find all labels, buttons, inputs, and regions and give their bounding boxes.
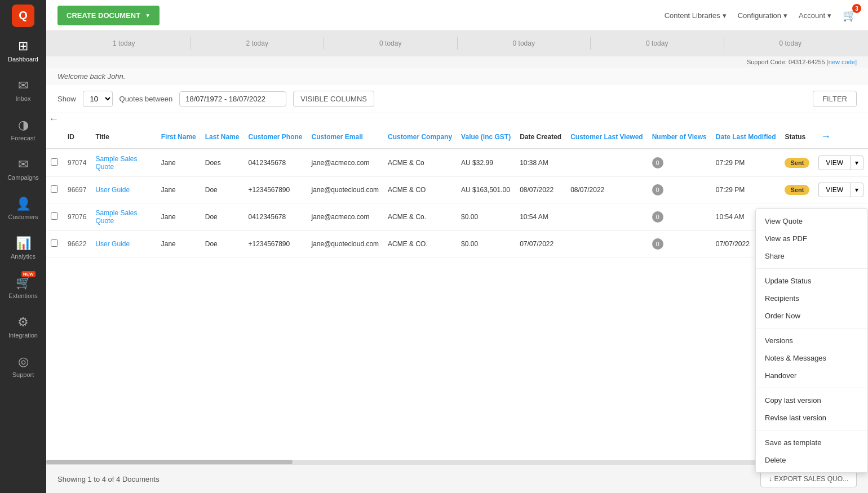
th-phone[interactable]: Customer Phone bbox=[243, 125, 307, 149]
row-id: 97074 bbox=[63, 149, 91, 177]
th-value[interactable]: Value (inc GST) bbox=[457, 125, 515, 149]
th-date-modified[interactable]: Date Last Modified bbox=[711, 125, 781, 149]
row-checkbox[interactable] bbox=[51, 212, 58, 220]
row-email: jane@acmeco.com bbox=[307, 203, 383, 231]
context-menu-section-5: Save as template Delete bbox=[756, 430, 867, 472]
th-last-name[interactable]: Last Name bbox=[201, 125, 244, 149]
th-first-name[interactable]: First Name bbox=[157, 125, 201, 149]
view-dropdown-button[interactable]: ▾ bbox=[850, 156, 863, 170]
row-email: jane@quotecloud.com bbox=[307, 177, 383, 203]
export-button[interactable]: ↓ EXPORT SALES QUO... bbox=[760, 470, 857, 487]
sidebar-item-label: Extentions bbox=[8, 292, 37, 299]
view-button[interactable]: VIEW bbox=[818, 183, 850, 197]
context-copy-last-version[interactable]: Copy last version bbox=[756, 392, 867, 409]
row-checkbox[interactable] bbox=[51, 239, 58, 247]
row-title: Sample Sales Quote bbox=[91, 203, 156, 231]
context-view-pdf[interactable]: View as PDF bbox=[756, 230, 867, 247]
context-handover[interactable]: Handover bbox=[756, 367, 867, 384]
context-versions[interactable]: Versions bbox=[756, 332, 867, 349]
sidebar-item-customers[interactable]: 👤 Customers bbox=[0, 189, 46, 228]
row-date-created: 10:38 AM bbox=[515, 149, 566, 177]
table-row: 96697 User Guide Jane Doe +1234567890 ja… bbox=[46, 177, 868, 203]
th-title[interactable]: Title bbox=[91, 125, 156, 149]
view-btn-wrap: VIEW ▾ bbox=[818, 183, 863, 197]
create-document-button[interactable]: CREATE DOCUMENT ▼ bbox=[57, 6, 160, 25]
sidebar-item-dashboard[interactable]: ⊞ Dashboard bbox=[0, 31, 46, 70]
customers-icon: 👤 bbox=[16, 197, 31, 211]
row-title-link[interactable]: Sample Sales Quote bbox=[95, 209, 137, 225]
sidebar-item-campaigns[interactable]: ✉ Campaigns bbox=[0, 149, 46, 189]
context-update-status[interactable]: Update Status bbox=[756, 272, 867, 290]
context-notes-messages[interactable]: Notes & Messages bbox=[756, 349, 867, 367]
row-id: 97076 bbox=[63, 203, 91, 231]
context-view-quote[interactable]: View Quote bbox=[756, 212, 867, 230]
documents-table: ID Title First Name Last Name Customer P… bbox=[46, 125, 868, 257]
th-actions: → bbox=[814, 125, 868, 149]
row-last-viewed bbox=[566, 231, 647, 257]
cart-badge: 3 bbox=[852, 4, 861, 13]
th-last-viewed[interactable]: Customer Last Viewed bbox=[566, 125, 647, 149]
th-num-views[interactable]: Number of Views bbox=[648, 125, 711, 149]
sidebar-item-support[interactable]: ◎ Support bbox=[0, 347, 46, 386]
configuration-menu[interactable]: Configuration ▾ bbox=[738, 11, 787, 20]
new-code-link[interactable]: [new code] bbox=[827, 59, 857, 65]
sidebar-item-inbox[interactable]: ✉ Inbox bbox=[0, 70, 46, 110]
context-save-as-template[interactable]: Save as template bbox=[756, 434, 867, 451]
th-status[interactable]: Status bbox=[780, 125, 814, 149]
row-first-name: Jane bbox=[157, 203, 201, 231]
context-delete[interactable]: Delete bbox=[756, 451, 867, 469]
row-checkbox[interactable] bbox=[51, 185, 58, 193]
row-title-link[interactable]: User Guide bbox=[95, 186, 130, 194]
th-email[interactable]: Customer Email bbox=[307, 125, 383, 149]
row-checkbox-cell bbox=[46, 177, 63, 203]
row-title-link[interactable]: Sample Sales Quote bbox=[95, 155, 137, 171]
sidebar-item-label: Inbox bbox=[16, 95, 31, 102]
sidebar-item-analytics[interactable]: 📊 Analytics bbox=[0, 228, 46, 268]
row-checkbox[interactable] bbox=[51, 158, 58, 166]
account-menu[interactable]: Account ▾ bbox=[799, 11, 831, 20]
table-next-arrow[interactable]: → bbox=[818, 131, 833, 143]
account-chevron: ▾ bbox=[827, 11, 831, 20]
row-last-viewed bbox=[566, 203, 647, 231]
status-badge: Sent bbox=[785, 185, 809, 195]
row-date-modified: 07:29 PM bbox=[711, 149, 781, 177]
horizontal-scroll[interactable] bbox=[46, 460, 868, 464]
app-logo[interactable]: Q bbox=[12, 5, 34, 27]
th-date-created[interactable]: Date Created bbox=[515, 125, 566, 149]
inbox-icon: ✉ bbox=[18, 78, 28, 93]
sidebar-item-extentions[interactable]: 🛒 NEW Extentions bbox=[0, 268, 46, 307]
th-id[interactable]: ID bbox=[63, 125, 91, 149]
view-dropdown-button[interactable]: ▾ bbox=[850, 183, 863, 197]
sidebar-item-integration[interactable]: ⚙ Integration bbox=[0, 307, 46, 347]
context-share[interactable]: Share bbox=[756, 247, 867, 265]
campaigns-icon: ✉ bbox=[18, 157, 28, 172]
context-recipients[interactable]: Recipients bbox=[756, 290, 867, 307]
row-value: $0.00 bbox=[457, 231, 515, 257]
context-revise-last-version[interactable]: Revise last version bbox=[756, 409, 867, 427]
date-range-input[interactable] bbox=[179, 91, 286, 106]
cart-icon-wrap[interactable]: 🛒 3 bbox=[843, 8, 857, 22]
row-id: 96622 bbox=[63, 231, 91, 257]
view-button[interactable]: VIEW bbox=[818, 156, 850, 170]
context-menu-section-3: Versions Notes & Messages Handover bbox=[756, 328, 867, 388]
row-phone: 0412345678 bbox=[243, 203, 307, 231]
context-menu-section-1: View Quote View as PDF Share bbox=[756, 209, 867, 269]
show-select[interactable]: 10 25 50 bbox=[83, 91, 113, 107]
filter-button[interactable]: FILTER bbox=[813, 91, 857, 107]
visible-columns-button[interactable]: VISIBLE COLUMNS bbox=[293, 91, 374, 107]
content-libraries-menu[interactable]: Content Libraries ▾ bbox=[665, 11, 727, 20]
sidebar-item-label: Forecast bbox=[11, 135, 36, 141]
th-company[interactable]: Customer Company bbox=[383, 125, 457, 149]
context-order-now[interactable]: Order Now bbox=[756, 307, 867, 325]
row-last-name: Does bbox=[201, 149, 244, 177]
support-bar: Support Code: 04312-64255 [new code] bbox=[46, 56, 868, 68]
row-title: User Guide bbox=[91, 231, 156, 257]
row-title-link[interactable]: User Guide bbox=[95, 240, 130, 248]
view-btn-wrap: VIEW ▾ bbox=[818, 156, 863, 170]
table-prev-arrow[interactable]: ← bbox=[46, 113, 61, 125]
row-checkbox-cell bbox=[46, 203, 63, 231]
sidebar-item-forecast[interactable]: ◑ Forecast bbox=[0, 110, 46, 149]
row-num-views: 0 bbox=[648, 177, 711, 203]
row-last-viewed bbox=[566, 149, 647, 177]
row-company: ACME & CO. bbox=[383, 231, 457, 257]
